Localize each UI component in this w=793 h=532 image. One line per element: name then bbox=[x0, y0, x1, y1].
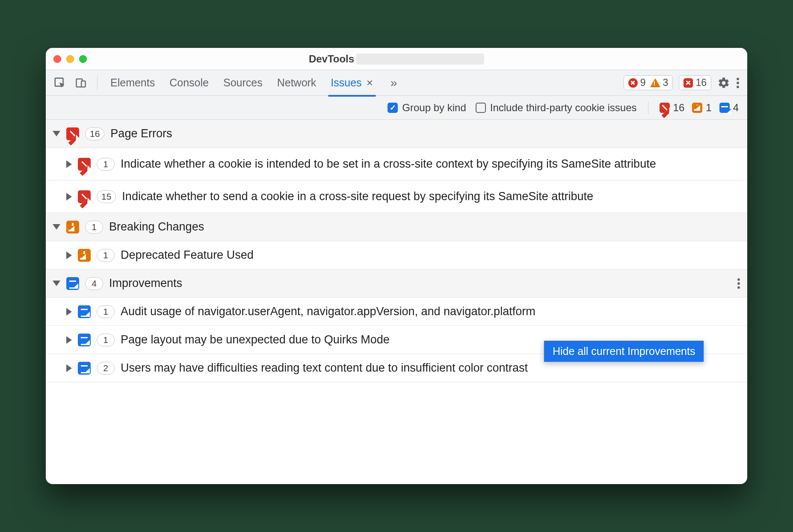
error-count-value: 9 bbox=[640, 77, 646, 89]
issue-row[interactable]: 1 Indicate whether a cookie is intended … bbox=[46, 148, 747, 180]
expand-caret-icon bbox=[66, 364, 72, 372]
traffic-lights bbox=[53, 55, 87, 63]
error-issue-count[interactable]: 16 bbox=[660, 102, 685, 114]
toolbar-divider bbox=[97, 76, 98, 90]
tab-network[interactable]: Network bbox=[277, 77, 317, 89]
more-tabs-icon[interactable]: » bbox=[391, 76, 397, 90]
include-third-party-checkbox[interactable]: Include third-party cookie issues bbox=[476, 102, 637, 114]
svg-point-4 bbox=[737, 82, 739, 84]
group-header-improvements[interactable]: 4 Improvements bbox=[46, 269, 747, 298]
expand-caret-icon bbox=[66, 336, 72, 344]
issue-row[interactable]: 1 Audit usage of navigator.userAgent, na… bbox=[46, 298, 747, 326]
issue-count-badge: 1 bbox=[97, 158, 115, 171]
panel-tabs: Elements Console Sources Network Issues … bbox=[110, 76, 397, 90]
issue-error-icon bbox=[684, 78, 693, 88]
issue-text: Indicate whether a cookie is intended to… bbox=[121, 157, 735, 171]
issue-kind-counts: 16 1 4 bbox=[660, 102, 739, 114]
group-label: Breaking Changes bbox=[109, 220, 204, 233]
group-label: Page Errors bbox=[110, 127, 172, 140]
settings-icon[interactable] bbox=[717, 77, 730, 89]
issue-count-badge: 1 bbox=[97, 249, 115, 262]
svg-point-6 bbox=[737, 278, 740, 281]
devtools-window: DevTools Elements Console Sources Networ… bbox=[46, 48, 747, 484]
expand-caret-icon bbox=[53, 224, 60, 230]
svg-point-8 bbox=[737, 286, 740, 289]
issue-row[interactable]: 1 Deprecated Feature Used bbox=[46, 241, 747, 269]
error-issue-count-value: 16 bbox=[673, 102, 685, 114]
close-window-button[interactable] bbox=[53, 55, 61, 63]
minimize-window-button[interactable] bbox=[66, 55, 74, 63]
group-count-badge: 4 bbox=[85, 277, 103, 290]
issues-total-value: 16 bbox=[695, 77, 707, 89]
issue-count-badge: 1 bbox=[97, 305, 115, 318]
warning-issue-count-value: 1 bbox=[706, 102, 711, 114]
tab-elements[interactable]: Elements bbox=[110, 77, 155, 89]
more-options-icon[interactable] bbox=[736, 77, 740, 89]
warning-bubble-icon bbox=[692, 103, 702, 113]
expand-caret-icon bbox=[66, 251, 72, 259]
expand-caret-icon bbox=[53, 281, 60, 286]
group-header-page-errors[interactable]: 16 Page Errors bbox=[46, 120, 747, 148]
group-header-breaking-changes[interactable]: 1 Breaking Changes bbox=[46, 213, 747, 241]
error-count: 9 bbox=[628, 77, 646, 89]
tab-issues[interactable]: Issues ✕ bbox=[331, 77, 373, 89]
warning-issue-count[interactable]: 1 bbox=[692, 102, 711, 114]
issue-text: Users may have difficulties reading text… bbox=[121, 361, 735, 375]
issues-total-pill[interactable]: 16 bbox=[679, 75, 711, 90]
checkbox-checked-icon: ✓ bbox=[388, 103, 398, 113]
group-by-kind-checkbox[interactable]: ✓ Group by kind bbox=[388, 102, 466, 114]
improvement-bubble-icon bbox=[78, 334, 91, 346]
issue-row[interactable]: 15 Indicate whether to send a cookie in … bbox=[46, 180, 747, 213]
improvement-bubble-icon bbox=[78, 362, 91, 375]
svg-rect-2 bbox=[81, 81, 85, 87]
window-title-url-placeholder bbox=[356, 53, 484, 65]
svg-point-7 bbox=[737, 282, 740, 285]
group-label: Improvements bbox=[109, 277, 182, 290]
error-bubble-icon bbox=[660, 103, 670, 113]
improvement-bubble-icon bbox=[66, 277, 79, 290]
console-counts-pill[interactable]: 9 3 bbox=[624, 75, 673, 90]
context-menu-item-hide-improvements[interactable]: Hide all current Improvements bbox=[544, 341, 704, 362]
warning-bubble-icon bbox=[66, 221, 79, 233]
group-more-options-icon[interactable] bbox=[737, 278, 740, 290]
inspect-element-icon[interactable] bbox=[53, 77, 66, 89]
device-mode-icon[interactable] bbox=[75, 77, 87, 89]
warning-bubble-icon bbox=[78, 249, 91, 262]
expand-caret-icon bbox=[66, 193, 72, 201]
issues-list: 16 Page Errors 1 Indicate whether a cook… bbox=[46, 120, 747, 484]
issue-count-badge: 2 bbox=[97, 362, 115, 375]
titlebar: DevTools bbox=[46, 48, 747, 70]
group-by-kind-label: Group by kind bbox=[402, 102, 466, 114]
toolbar-right: 9 3 16 bbox=[624, 75, 740, 90]
issue-text: Deprecated Feature Used bbox=[121, 248, 735, 263]
include-third-party-label: Include third-party cookie issues bbox=[490, 102, 637, 114]
tab-issues-label: Issues bbox=[331, 77, 361, 89]
issues-filter-bar: ✓ Group by kind Include third-party cook… bbox=[46, 96, 747, 120]
group-count-badge: 16 bbox=[85, 127, 104, 140]
issue-text: Audit usage of navigator.userAgent, navi… bbox=[121, 304, 735, 319]
svg-point-5 bbox=[737, 86, 739, 88]
warning-count-value: 3 bbox=[663, 77, 669, 89]
tab-sources[interactable]: Sources bbox=[223, 77, 263, 89]
improvement-issue-count[interactable]: 4 bbox=[719, 102, 739, 114]
group-count-badge: 1 bbox=[85, 221, 103, 233]
expand-caret-icon bbox=[53, 131, 60, 136]
tab-console[interactable]: Console bbox=[169, 77, 209, 89]
error-bubble-icon bbox=[78, 190, 91, 203]
warning-icon bbox=[650, 78, 660, 87]
warning-count: 3 bbox=[650, 77, 669, 89]
context-menu: Hide all current Improvements bbox=[544, 340, 704, 362]
improvement-bubble-icon bbox=[78, 305, 91, 318]
zoom-window-button[interactable] bbox=[79, 55, 87, 63]
issue-count-badge: 15 bbox=[97, 190, 116, 203]
expand-caret-icon bbox=[66, 308, 72, 316]
improvement-bubble-icon bbox=[719, 103, 730, 113]
checkbox-unchecked-icon bbox=[476, 103, 486, 113]
error-bubble-icon bbox=[66, 127, 79, 140]
expand-caret-icon bbox=[66, 160, 72, 168]
error-icon bbox=[628, 78, 638, 88]
issue-count-badge: 1 bbox=[97, 334, 115, 346]
window-title-text: DevTools bbox=[309, 53, 354, 65]
close-tab-icon[interactable]: ✕ bbox=[366, 78, 373, 88]
improvement-issue-count-value: 4 bbox=[733, 102, 739, 114]
